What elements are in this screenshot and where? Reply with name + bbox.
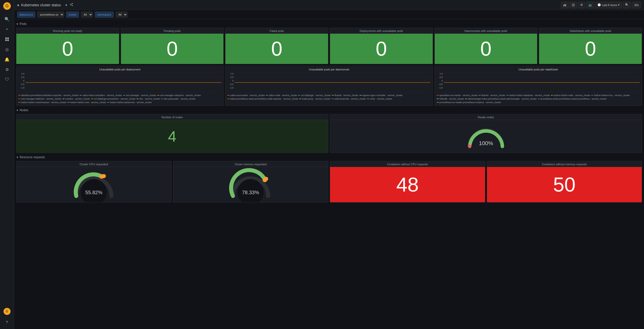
filterbar: datasource prometheus-sc cluster All nam…: [14, 10, 644, 19]
pods-label: Pods: [20, 22, 26, 26]
cluster-select[interactable]: All: [81, 12, 93, 18]
svg-text:G: G: [5, 4, 8, 8]
stat-daemonsets-unavailable: Daemonsets with unavailable pods 0: [434, 28, 538, 64]
no-cpu-requests-value-container: 48: [330, 167, 485, 202]
add-panel-button[interactable]: [570, 2, 577, 8]
shield-icon[interactable]: 🛡: [3, 75, 12, 84]
star-icon[interactable]: ★: [65, 3, 68, 7]
chart-type-button[interactable]: [561, 2, 569, 8]
search-icon[interactable]: 🔍: [3, 15, 12, 24]
tv-mode-button[interactable]: 📺: [586, 2, 594, 8]
settings-button[interactable]: ⚙: [578, 2, 585, 8]
nodes-row: Number of nodes 4 Ready nodes 10: [16, 114, 642, 153]
time-range-button[interactable]: 🕐 Last 6 hours ▾: [595, 2, 622, 8]
resource-chevron: ▼: [16, 156, 19, 159]
memory-requested-title: Cluser memory requested: [173, 161, 328, 167]
gear-icon[interactable]: ⚙: [3, 65, 12, 74]
no-memory-requests-alert: 50: [487, 167, 642, 202]
pods-chevron: ▼: [16, 23, 19, 25]
datasource-select[interactable]: prometheus-sc: [37, 12, 64, 18]
no-cpu-requests-alert: 48: [330, 167, 485, 202]
page-title: Kubernetes cluster status: [21, 3, 61, 7]
nodes-count-value: 4: [168, 128, 176, 145]
stat-value-statefulsets: 0: [539, 34, 642, 64]
cluster-filter[interactable]: cluster: [66, 12, 79, 18]
chart-title-daemonset: Unavailable pods per daemonset: [227, 68, 430, 71]
svg-point-8: [72, 5, 73, 6]
stat-value-deployments: 0: [330, 34, 433, 64]
stat-failed-pods: Failed pods 0: [225, 28, 328, 64]
svg-point-7: [70, 4, 71, 5]
stat-deployments-unavailable: Deployments with unavailable pods 0: [330, 28, 433, 64]
avatar[interactable]: G: [4, 308, 11, 315]
chart-legend-statefulset: opendistro-es-master · service_cluster f…: [437, 94, 640, 104]
memory-gauge: 78.33%: [173, 167, 328, 202]
sidebar: G 🔍 + ◎ 🔔 ⚙ 🛡 G ?: [0, 0, 14, 329]
svg-point-6: [72, 3, 73, 4]
bell-icon[interactable]: 🔔: [3, 55, 12, 64]
stat-title-running: Running pods not ready: [16, 28, 119, 34]
svg-line-10: [71, 4, 72, 4]
refresh-button[interactable]: 30s: [632, 2, 641, 8]
chart-legend-deployment: blackbox-prometheus-blackbox-exporter · …: [18, 94, 221, 104]
resource-section-header[interactable]: ▼ Resource requests: [16, 154, 642, 160]
namespace-filter[interactable]: namespace: [95, 12, 114, 18]
stat-title-deployments: Deployments with unavailable pods: [330, 28, 433, 34]
stat-title-statefulsets: Statefulsets with unavailable pods: [539, 28, 642, 34]
stat-title-pending: Pending pods: [121, 28, 224, 34]
plus-icon[interactable]: +: [3, 25, 12, 34]
ready-nodes-title: Ready nodes: [330, 114, 642, 120]
number-of-nodes-card: Number of nodes 4: [16, 114, 328, 153]
nodes-count-title: Number of nodes: [16, 114, 328, 120]
nodes-count-display: 4: [16, 120, 328, 153]
stat-value-failed: 0: [225, 34, 328, 64]
kubernetes-icon: ⎈: [17, 3, 19, 7]
help-icon[interactable]: ?: [3, 317, 12, 326]
chart-pods-per-daemonset: Unavailable pods per daemonset 1.0 0.5 0…: [225, 66, 433, 106]
topbar: ⎈ Kubernetes cluster status ★ ⚙ 📺 🕐 Last…: [14, 0, 644, 10]
apps-icon[interactable]: [3, 35, 12, 44]
stat-running-pods-not-ready: Running pods not ready 0: [16, 28, 119, 64]
ready-nodes-card: Ready nodes 100%: [330, 114, 642, 153]
ready-nodes-gauge: 100%: [330, 120, 642, 153]
no-memory-requests-card: Containers without memory requests 50: [487, 161, 642, 202]
nodes-label: Nodes: [20, 108, 28, 112]
stat-value-pending: 0: [121, 34, 224, 64]
pods-stats-row: Running pods not ready 0 Pending pods 0 …: [16, 28, 642, 64]
svg-text:100%: 100%: [479, 140, 493, 146]
zoom-out-button[interactable]: 🔍: [623, 2, 631, 8]
svg-rect-12: [565, 4, 565, 6]
cpu-requested-card: Cluster CPU requested 55.82%: [16, 161, 172, 202]
stat-title-failed: Failed pods: [225, 28, 328, 34]
svg-text:55.82%: 55.82%: [85, 190, 102, 195]
svg-rect-3: [7, 37, 9, 39]
no-memory-requests-title: Containers without memory requests: [487, 161, 642, 167]
datasource-filter[interactable]: datasource: [17, 12, 35, 18]
memory-requested-card: Cluser memory requested 78.33%: [173, 161, 329, 202]
svg-rect-5: [7, 39, 9, 41]
compass-icon[interactable]: ◎: [3, 45, 12, 54]
nodes-chevron: ▼: [16, 109, 19, 112]
svg-rect-2: [5, 37, 7, 39]
pods-section-header[interactable]: ▼ Pods: [16, 21, 642, 27]
chart-title-deployment: Unavailable pods per deployment: [18, 68, 221, 71]
chart-title-statefulset: Unavailable pods per statefulset: [437, 68, 640, 71]
namespace-select[interactable]: All: [116, 12, 128, 18]
no-cpu-requests-card: Containers without CPU requests 48: [330, 161, 485, 202]
svg-text:78.33%: 78.33%: [242, 190, 259, 195]
chart-legend-daemonset: calico-accountant · service_cluster cali…: [227, 94, 430, 100]
cpu-requested-title: Cluster CPU requested: [16, 161, 171, 167]
stat-value-daemonsets: 0: [435, 34, 537, 64]
stat-statefulsets-unavailable: Statefulsets with unavailable pods 0: [539, 28, 642, 64]
cpu-gauge: 55.82%: [16, 167, 171, 202]
app-logo[interactable]: G: [3, 2, 11, 10]
topbar-actions: ⚙ 📺 🕐 Last 6 hours ▾ 🔍 30s: [561, 2, 641, 8]
resource-row: Cluster CPU requested 55.82%: [16, 161, 642, 202]
resource-label: Resource requests: [20, 155, 45, 159]
chart-pods-per-deployment: Unavailable pods per deployment 1.0 0.5 …: [16, 66, 224, 106]
stat-value-running: 0: [16, 34, 119, 64]
svg-rect-4: [5, 39, 7, 41]
no-cpu-requests-value: 48: [396, 173, 419, 196]
share-icon[interactable]: [70, 3, 73, 7]
nodes-section-header[interactable]: ▼ Nodes: [16, 107, 642, 113]
